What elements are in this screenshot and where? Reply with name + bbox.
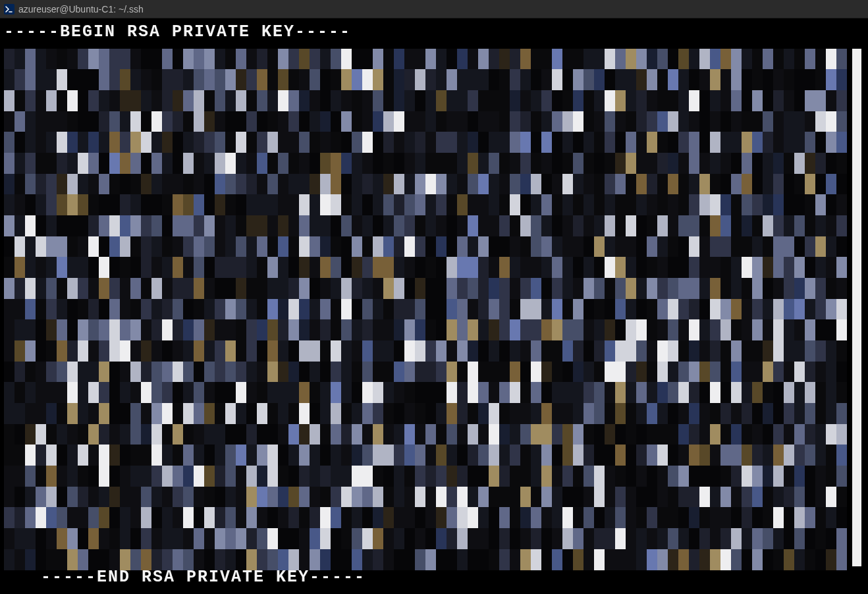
obscured-key-body (4, 49, 847, 570)
powershell-icon (4, 4, 14, 14)
pem-begin-line: -----BEGIN RSA PRIVATE KEY----- (4, 22, 351, 42)
scrollbar[interactable] (852, 49, 861, 566)
window-titlebar: azureuser@Ubuntu-C1: ~/.ssh (0, 0, 868, 18)
pem-end-line: -----END RSA PRIVATE KEY----- (41, 568, 366, 587)
terminal-viewport[interactable]: -----BEGIN RSA PRIVATE KEY----- -----END… (0, 18, 868, 594)
window-title: azureuser@Ubuntu-C1: ~/.ssh (18, 4, 144, 14)
svg-rect-0 (4, 4, 14, 14)
